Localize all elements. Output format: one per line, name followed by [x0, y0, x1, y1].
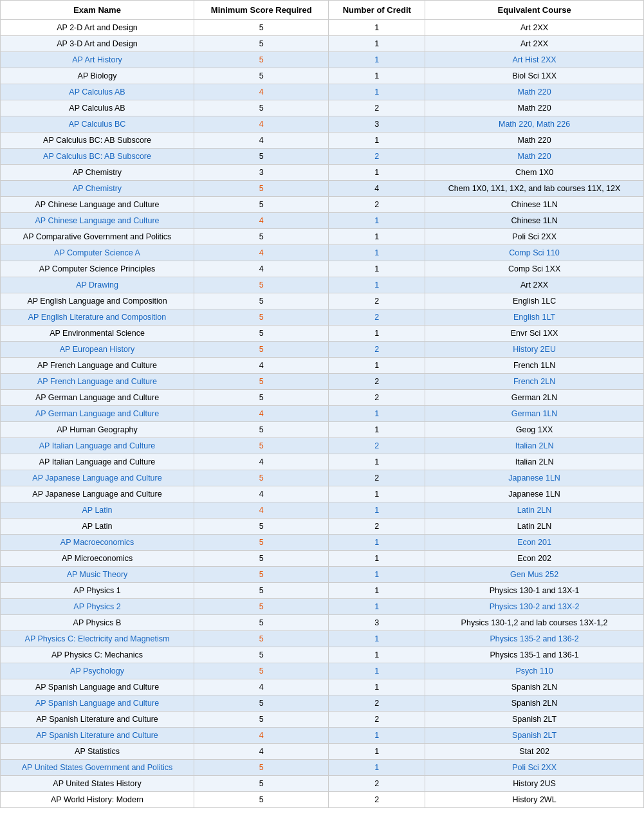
equiv-course: Chinese 1LN	[425, 213, 644, 229]
num-credit: 2	[329, 149, 425, 165]
table-row: AP Japanese Language and Culture52Japane…	[1, 470, 644, 486]
exam-name: AP Spanish Literature and Culture	[1, 728, 194, 744]
num-credit: 1	[329, 631, 425, 647]
exam-name: AP Computer Science A	[1, 245, 194, 261]
num-credit: 1	[329, 165, 425, 181]
min-score: 5	[194, 519, 329, 535]
num-credit: 1	[329, 213, 425, 229]
min-score: 3	[194, 165, 329, 181]
num-credit: 2	[329, 776, 425, 792]
equiv-course: French 2LN	[425, 374, 644, 390]
exam-name: AP Physics 2	[1, 599, 194, 615]
num-credit: 2	[329, 438, 425, 454]
table-row: AP Chinese Language and Culture52Chinese…	[1, 197, 644, 213]
exam-name: AP 3-D Art and Design	[1, 36, 194, 52]
table-row: AP United States Government and Politics…	[1, 760, 644, 776]
num-credit: 2	[329, 374, 425, 390]
num-credit: 1	[329, 52, 425, 68]
table-row: AP Spanish Literature and Culture41Spani…	[1, 728, 644, 744]
table-row: AP Latin41Latin 2LN	[1, 502, 644, 519]
exam-name: AP Physics C: Mechanics	[1, 647, 194, 663]
num-credit: 1	[329, 728, 425, 744]
exam-name: AP Italian Language and Culture	[1, 454, 194, 470]
equiv-course: Physics 135-1 and 136-1	[425, 647, 644, 663]
equiv-course: History 2WL	[425, 792, 644, 808]
num-credit: 2	[329, 519, 425, 535]
exam-name: AP Japanese Language and Culture	[1, 486, 194, 502]
exam-name: AP Calculus BC: AB Subscore	[1, 133, 194, 149]
table-row: AP Latin52Latin 2LN	[1, 519, 644, 535]
num-credit: 1	[329, 406, 425, 422]
num-credit: 1	[329, 277, 425, 293]
exam-name: AP Chemistry	[1, 181, 194, 197]
equiv-course: Econ 202	[425, 551, 644, 567]
exam-name: AP Statistics	[1, 744, 194, 760]
min-score: 5	[194, 631, 329, 647]
num-credit: 1	[329, 229, 425, 245]
min-score: 5	[194, 663, 329, 679]
table-row: AP French Language and Culture41French 1…	[1, 358, 644, 374]
min-score: 5	[194, 583, 329, 599]
num-credit: 1	[329, 502, 425, 519]
table-row: AP Art History51Art Hist 2XX	[1, 52, 644, 68]
equiv-course: Envr Sci 1XX	[425, 326, 644, 342]
table-row: AP Human Geography51Geog 1XX	[1, 422, 644, 438]
exam-name: AP United States Government and Politics	[1, 760, 194, 776]
table-row: AP Italian Language and Culture41Italian…	[1, 454, 644, 470]
min-score: 5	[194, 149, 329, 165]
num-credit: 3	[329, 116, 425, 133]
equiv-course: Math 220	[425, 133, 644, 149]
table-row: AP Calculus BC: AB Subscore41Math 220	[1, 133, 644, 149]
exam-name: AP Biology	[1, 68, 194, 84]
min-score: 5	[194, 374, 329, 390]
exam-name: AP German Language and Culture	[1, 406, 194, 422]
min-score: 4	[194, 486, 329, 502]
num-credit: 1	[329, 84, 425, 100]
equiv-course: Physics 135-2 and 136-2	[425, 631, 644, 647]
num-credit: 3	[329, 615, 425, 631]
table-row: AP Chinese Language and Culture41Chinese…	[1, 213, 644, 229]
min-score: 5	[194, 197, 329, 213]
table-row: AP Calculus BC: AB Subscore52Math 220	[1, 149, 644, 165]
num-credit: 2	[329, 695, 425, 712]
table-row: AP Physics 251Physics 130-2 and 13X-2	[1, 599, 644, 615]
num-credit: 1	[329, 567, 425, 583]
equiv-course: Math 220	[425, 84, 644, 100]
table-row: AP Environmental Science51Envr Sci 1XX	[1, 326, 644, 342]
exam-name: AP Spanish Language and Culture	[1, 679, 194, 695]
equiv-course: Poli Sci 2XX	[425, 229, 644, 245]
min-score: 4	[194, 133, 329, 149]
column-header: Exam Name	[1, 1, 194, 20]
num-credit: 1	[329, 551, 425, 567]
num-credit: 1	[329, 583, 425, 599]
table-row: AP Comparative Government and Politics51…	[1, 229, 644, 245]
exam-name: AP Chinese Language and Culture	[1, 197, 194, 213]
num-credit: 1	[329, 20, 425, 36]
min-score: 5	[194, 422, 329, 438]
equiv-course: Physics 130-2 and 13X-2	[425, 599, 644, 615]
num-credit: 1	[329, 261, 425, 277]
min-score: 4	[194, 213, 329, 229]
exam-name: AP Spanish Literature and Culture	[1, 712, 194, 728]
exam-name: AP Chinese Language and Culture	[1, 213, 194, 229]
table-row: AP Physics B53Physics 130-1,2 and lab co…	[1, 615, 644, 631]
equiv-course: Econ 201	[425, 535, 644, 551]
min-score: 5	[194, 293, 329, 309]
table-row: AP Japanese Language and Culture41Japane…	[1, 486, 644, 502]
num-credit: 1	[329, 133, 425, 149]
min-score: 5	[194, 229, 329, 245]
table-row: AP French Language and Culture52French 2…	[1, 374, 644, 390]
num-credit: 1	[329, 647, 425, 663]
min-score: 5	[194, 68, 329, 84]
num-credit: 1	[329, 245, 425, 261]
equiv-course: Physics 130-1 and 13X-1	[425, 583, 644, 599]
exam-name: AP Environmental Science	[1, 326, 194, 342]
table-row: AP Physics 151Physics 130-1 and 13X-1	[1, 583, 644, 599]
exam-name: AP German Language and Culture	[1, 390, 194, 406]
table-row: AP Calculus BC43Math 220, Math 226	[1, 116, 644, 133]
exam-name: AP Microeconomics	[1, 551, 194, 567]
table-row: AP Statistics41Stat 202	[1, 744, 644, 760]
min-score: 5	[194, 615, 329, 631]
min-score: 5	[194, 535, 329, 551]
num-credit: 2	[329, 792, 425, 808]
